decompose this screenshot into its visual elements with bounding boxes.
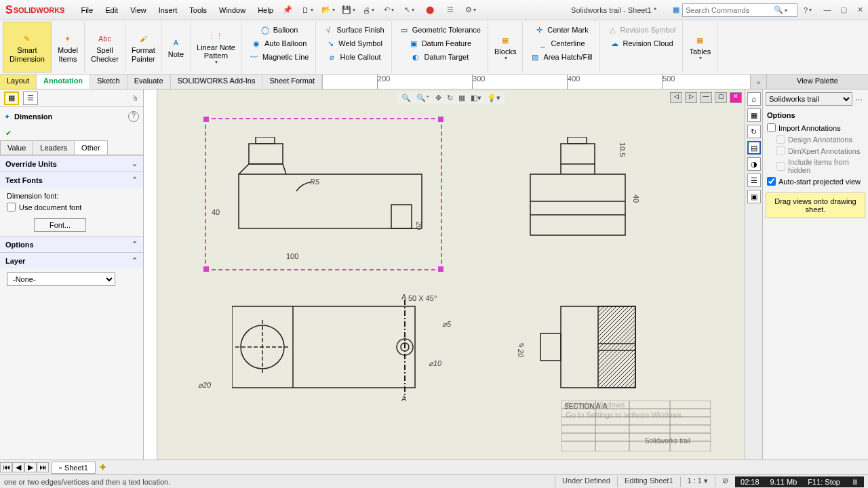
tp-design-lib-icon[interactable]: ▦ <box>747 108 761 122</box>
section-view-icon[interactable]: ▦ <box>458 94 465 102</box>
smart-dimension-button[interactable]: ✎ Smart Dimension <box>7 30 47 64</box>
section-a-top[interactable]: A <box>401 293 406 301</box>
revision-symbol-button[interactable]: △Revision Symbol <box>604 23 679 37</box>
menu-tools[interactable]: Tools <box>184 3 212 17</box>
print-icon[interactable]: 🖨▾ <box>363 4 375 16</box>
view-palette-collapse[interactable]: « <box>750 75 766 89</box>
save-icon[interactable]: 💾▾ <box>342 4 355 16</box>
tab-addins[interactable]: SOLIDWORKS Add-Ins <box>171 75 263 89</box>
tp-appearances-icon[interactable]: ◑ <box>747 157 761 171</box>
tp-view-palette-icon[interactable]: ▤ <box>747 141 761 155</box>
top-view[interactable] <box>232 300 435 401</box>
vp-browse-button[interactable]: … <box>852 92 865 106</box>
weld-symbol-button[interactable]: ↘Weld Symbol <box>322 37 385 50</box>
sheet-next-button[interactable]: ▶ <box>24 462 37 472</box>
open-icon[interactable]: 📂▾ <box>322 4 334 16</box>
subtab-value[interactable]: Value <box>0 140 33 155</box>
minimize-button[interactable]: — <box>821 5 834 14</box>
surface-finish-button[interactable]: √Surface Finish <box>320 23 387 37</box>
menu-edit[interactable]: Edit <box>100 3 123 17</box>
canvas-close-button[interactable]: ✕ <box>730 92 742 103</box>
sheet-prev-button[interactable]: ◀ <box>12 462 24 472</box>
tab-sheet-format[interactable]: Sheet Format <box>262 75 322 89</box>
dim-h40[interactable]: 40 <box>632 195 640 203</box>
vp-include-hidden[interactable]: Include items from hidden <box>763 157 868 176</box>
pin-icon[interactable]: 📌 <box>283 5 292 14</box>
rotate-icon[interactable]: ↻ <box>447 94 453 102</box>
rebuild-icon[interactable]: ⬤ <box>424 4 436 16</box>
canvas-next-button[interactable]: ▷ <box>685 92 697 103</box>
menu-help[interactable]: Help <box>252 3 279 17</box>
options-icon[interactable]: ☰ <box>444 4 456 16</box>
layer-select[interactable]: -None- <box>7 272 115 286</box>
tp-forum-icon[interactable]: ▣ <box>747 190 761 203</box>
menu-file[interactable]: File <box>75 3 98 17</box>
vp-design-annotations[interactable]: Design Annotations <box>763 134 868 145</box>
dim-10-5[interactable]: 10.5 <box>618 142 627 157</box>
tab-layout[interactable]: Layout <box>0 75 37 89</box>
vp-auto-start-projected[interactable]: Auto-start projected view <box>763 176 868 187</box>
datum-target-button[interactable]: ◐Datum Target <box>408 50 471 64</box>
dim-chamfer[interactable]: 50 X 45° <box>408 294 437 302</box>
tab-sketch[interactable]: Sketch <box>90 75 127 89</box>
subtab-leaders[interactable]: Leaders <box>33 140 75 155</box>
spell-checker-button[interactable]: AbcSpell Checker <box>89 30 121 64</box>
front-view[interactable] <box>222 137 425 266</box>
vp-import-annotations[interactable]: Import Annotations <box>763 122 868 134</box>
format-painter-button[interactable]: 🖌Format Painter <box>130 30 157 64</box>
dim-40[interactable]: 40 <box>212 208 220 216</box>
pm-help-icon[interactable]: ? <box>128 111 139 122</box>
model-items-button[interactable]: ✦Model Items <box>56 30 80 64</box>
datum-feature-button[interactable]: ▣Datum Feature <box>406 37 474 50</box>
center-mark-button[interactable]: ✛Center Mark <box>531 23 591 37</box>
add-sheet-button[interactable]: ✚ <box>96 463 110 472</box>
close-button[interactable]: ✕ <box>853 5 867 14</box>
tab-evaluate[interactable]: Evaluate <box>127 75 171 89</box>
area-hatch-button[interactable]: ▨Area Hatch/Fill <box>527 50 595 64</box>
tp-refresh-icon[interactable]: ↻ <box>747 125 761 138</box>
hide-show-icon[interactable]: 💡▾ <box>487 94 500 102</box>
help-icon[interactable]: ?▾ <box>802 4 814 16</box>
override-units-header[interactable]: Override Units⌄ <box>0 156 143 171</box>
dim-phi5[interactable]: ⌀5 <box>442 320 451 329</box>
menu-window[interactable]: Window <box>214 3 251 17</box>
pan-icon[interactable]: ✥ <box>435 94 441 102</box>
dim-100[interactable]: 100 <box>286 252 298 260</box>
pm-ok-button[interactable]: ✔ <box>0 126 143 140</box>
dim-r5[interactable]: R5 <box>310 178 319 186</box>
vp-model-select[interactable]: Solidworks trail <box>766 92 852 106</box>
zoom-fit-icon[interactable]: 🔍 <box>401 94 411 102</box>
linear-note-pattern-button[interactable]: ⋮⋮Linear Note Pattern▾ <box>195 27 237 67</box>
section-a-bot[interactable]: A <box>401 394 406 403</box>
font-button[interactable]: Font... <box>34 218 86 232</box>
search-input[interactable] <box>686 6 774 14</box>
status-pause-icon[interactable]: ⏸ <box>846 476 864 487</box>
sheet1-tab[interactable]: ▫ Sheet1 <box>52 462 96 474</box>
pm-prop-tab[interactable]: ▦ <box>4 92 19 105</box>
sheet-first-button[interactable]: ⏮ <box>0 462 12 472</box>
menu-insert[interactable]: Insert <box>153 3 183 17</box>
dim-phi20r[interactable]: ⌀20 <box>517 340 526 357</box>
tab-annotation[interactable]: Annotation <box>37 75 90 89</box>
search-commands[interactable]: 🔍▾ <box>682 3 797 17</box>
search-icon[interactable]: 🔍▾ <box>774 5 787 14</box>
settings-icon[interactable]: ⚙▾ <box>465 4 477 16</box>
magnetic-line-button[interactable]: 〰Magnetic Line <box>246 50 312 64</box>
tables-button[interactable]: ▦Tables▾ <box>687 31 713 63</box>
restore-button[interactable]: ▢ <box>837 5 850 14</box>
display-style-icon[interactable]: ◧▾ <box>471 94 481 102</box>
status-custom-icon[interactable]: ⊘ <box>715 476 735 487</box>
hole-callout-button[interactable]: ⌀Hole Callout <box>324 50 384 64</box>
note-button[interactable]: ANote <box>166 34 186 60</box>
dim-phi20l[interactable]: ⌀20 <box>198 381 211 390</box>
text-fonts-header[interactable]: Text Fonts⌃ <box>0 172 143 188</box>
sw-sheet-icon[interactable]: ▦ <box>670 4 682 16</box>
pm-tree-tab[interactable]: ☰ <box>23 92 38 105</box>
vp-dimxpert-annotations[interactable]: DimXpert Annotations <box>763 145 868 157</box>
zoom-area-icon[interactable]: 🔍⁺ <box>416 94 430 102</box>
menu-view[interactable]: View <box>125 3 152 17</box>
dim-phi10[interactable]: ⌀10 <box>429 359 441 368</box>
tp-home-icon[interactable]: ⌂ <box>747 92 761 106</box>
subtab-other[interactable]: Other <box>74 140 108 155</box>
sheet-last-button[interactable]: ⏭ <box>37 462 49 472</box>
